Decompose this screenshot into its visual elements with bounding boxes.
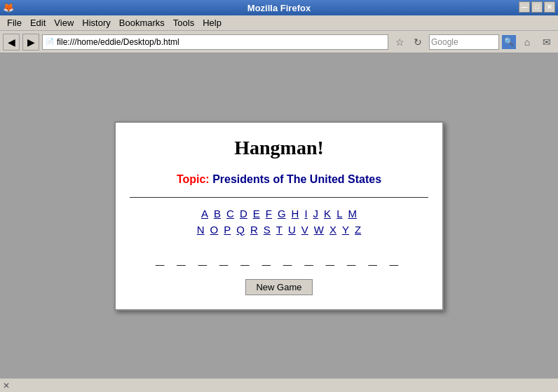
divider xyxy=(130,197,428,198)
bookmark-star-button[interactable]: ☆ xyxy=(391,34,408,50)
menu-help[interactable]: Help xyxy=(198,16,226,29)
letter-R[interactable]: R xyxy=(250,224,258,236)
statusbar-icon: ✕ xyxy=(3,381,10,391)
letter-I[interactable]: I xyxy=(304,208,307,219)
letter-O[interactable]: O xyxy=(210,224,219,236)
page-icon: 📄 xyxy=(46,38,54,46)
letter-L[interactable]: L xyxy=(336,208,342,219)
letter-A[interactable]: A xyxy=(201,208,208,219)
new-game-button[interactable]: New Game xyxy=(245,279,312,295)
home-button[interactable]: ⌂ xyxy=(519,34,536,50)
game-title: Hangman! xyxy=(130,137,428,159)
letter-Q[interactable]: Q xyxy=(236,224,245,236)
menubar: File Edit View History Bookmarks Tools H… xyxy=(0,15,558,31)
game-panel: Hangman! Topic: Presidents of The United… xyxy=(114,121,444,311)
toolbar: ◀ ▶ 📄 file:///home/eddie/Desktop/b.html … xyxy=(0,31,558,53)
window-title: Mozilla Firefox xyxy=(247,3,311,13)
forward-button[interactable]: ▶ xyxy=(22,34,39,50)
menu-history[interactable]: History xyxy=(78,16,114,29)
address-bar[interactable]: 📄 file:///home/eddie/Desktop/b.html xyxy=(42,34,388,50)
menu-file[interactable]: File xyxy=(3,16,26,29)
titlebar-controls: — □ ✕ xyxy=(519,1,555,13)
menu-view[interactable]: View xyxy=(50,16,78,29)
letter-N[interactable]: N xyxy=(197,224,205,236)
letter-T[interactable]: T xyxy=(276,224,283,236)
letter-E[interactable]: E xyxy=(253,208,260,219)
letter-Z[interactable]: Z xyxy=(355,224,361,236)
search-button[interactable]: 🔍 xyxy=(502,35,516,49)
letter-Y[interactable]: Y xyxy=(342,224,349,236)
letters-row-1: ABCDEFGHIJKLM xyxy=(130,208,428,219)
letter-F[interactable]: F xyxy=(266,208,272,219)
letter-H[interactable]: H xyxy=(292,208,299,219)
letter-P[interactable]: P xyxy=(224,224,231,236)
topic-line: Topic: Presidents of The United States xyxy=(130,173,428,186)
address-text: file:///home/eddie/Desktop/b.html xyxy=(57,37,179,47)
mail-button[interactable]: ✉ xyxy=(538,34,555,50)
close-button[interactable]: ✕ xyxy=(544,1,555,13)
letter-V[interactable]: V xyxy=(301,224,308,236)
word-display: _ _ _ _ _ _ _ _ _ _ _ _ xyxy=(130,250,428,268)
menu-edit[interactable]: Edit xyxy=(26,16,50,29)
letter-G[interactable]: G xyxy=(278,208,286,219)
topic-label: Topic: xyxy=(177,173,210,185)
letter-J[interactable]: J xyxy=(313,208,319,219)
topic-value: Presidents of The United States xyxy=(212,173,381,185)
letter-W[interactable]: W xyxy=(314,224,324,236)
back-button[interactable]: ◀ xyxy=(3,34,20,50)
reload-button[interactable]: ↻ xyxy=(409,34,426,50)
firefox-icon: 🦊 xyxy=(3,2,14,13)
letter-C[interactable]: C xyxy=(226,208,234,219)
letter-U[interactable]: U xyxy=(288,224,296,236)
maximize-button[interactable]: □ xyxy=(531,1,543,13)
search-bar[interactable]: Google xyxy=(429,34,499,50)
letter-M[interactable]: M xyxy=(348,208,357,219)
letter-B[interactable]: B xyxy=(214,208,221,219)
letter-K[interactable]: K xyxy=(324,208,331,219)
letters-row-2: NOPQRSTUVWXYZ xyxy=(130,224,428,236)
statusbar: ✕ xyxy=(0,378,558,392)
menu-tools[interactable]: Tools xyxy=(169,16,198,29)
letters-section: ABCDEFGHIJKLM NOPQRSTUVWXYZ xyxy=(130,208,428,236)
titlebar: 🦊 Mozilla Firefox — □ ✕ xyxy=(0,0,558,15)
letter-X[interactable]: X xyxy=(329,224,336,236)
content-area: Hangman! Topic: Presidents of The United… xyxy=(0,53,558,378)
minimize-button[interactable]: — xyxy=(519,1,530,13)
toolbar-right: ☆ ↻ xyxy=(391,34,426,50)
menu-bookmarks[interactable]: Bookmarks xyxy=(115,16,169,29)
search-input[interactable]: Google xyxy=(431,37,497,47)
letter-D[interactable]: D xyxy=(240,208,247,219)
letter-S[interactable]: S xyxy=(264,224,271,236)
